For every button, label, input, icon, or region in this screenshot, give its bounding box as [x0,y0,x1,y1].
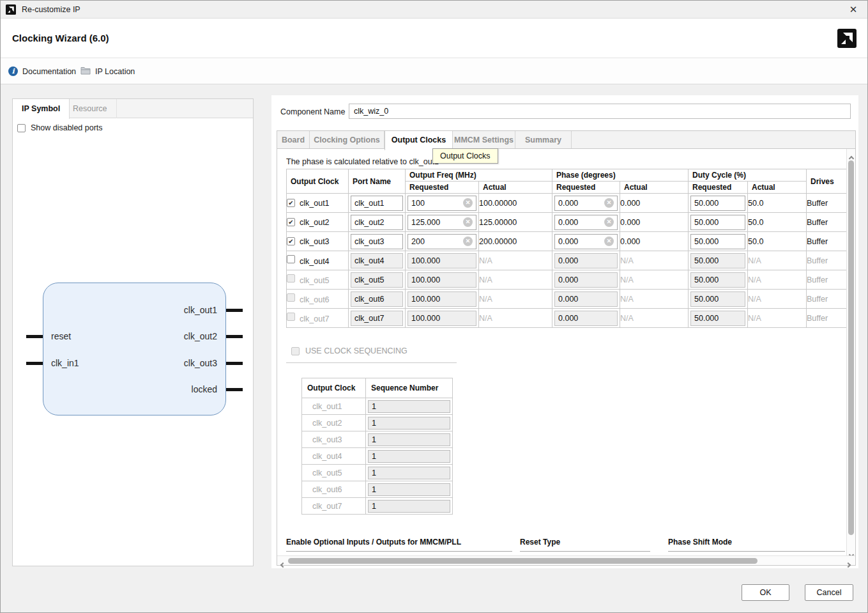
phase-requested-input[interactable]: 0.000✕ [554,196,618,211]
phase-requested-input: 0.000 [554,253,618,268]
tab-ip-symbol[interactable]: IP Symbol [13,99,70,119]
clock-enable-checkbox[interactable]: ✔ [287,237,295,245]
scroll-down-icon[interactable] [849,548,855,554]
port-name-input[interactable]: clk_out3 [351,234,403,249]
show-disabled-ports-row: Show disabled ports [17,123,103,132]
duty-requested-input[interactable]: 50.000 [690,196,745,211]
table-row: clk_out71 [302,498,453,515]
freq-requested-input[interactable]: 125.000✕ [407,215,476,230]
documentation-button[interactable]: i Documentation [8,58,76,84]
cancel-button[interactable]: Cancel [805,584,853,601]
clear-icon[interactable]: ✕ [463,198,473,208]
ip-location-button[interactable]: IP Location [80,58,135,84]
freq-actual-value: N/A [479,270,552,290]
clock-enable-checkbox[interactable]: ✔ [287,218,295,226]
clock-enable-checkbox [287,274,295,283]
freq-requested-input[interactable]: 200✕ [407,234,476,249]
duty-requested-value: 50.000 [694,295,719,304]
tab-mmcm-settings[interactable]: MMCM Settings [453,131,515,149]
seq-clock-label: clk_out6 [302,481,366,498]
phase-requested-input[interactable]: 0.000✕ [554,215,618,230]
port-stub-reset [26,335,43,338]
check-icon: ✔ [288,238,293,245]
vertical-scrollbar[interactable] [846,149,855,556]
port-stub-clk-in1 [26,362,43,365]
tab-output-clocks[interactable]: Output Clocks [385,131,453,150]
freq-requested-value: 200 [411,237,425,246]
col-duty-requested: Requested [689,182,748,194]
clear-icon[interactable]: ✕ [463,237,473,246]
clear-icon[interactable]: ✕ [463,217,473,227]
output-clocks-pane: The phase is calculated relative to clk_… [277,148,856,566]
port-name-value: clk_out5 [354,275,385,284]
freq-actual-value: 100.00000 [479,194,552,213]
duty-requested-input[interactable]: 50.000 [690,234,745,249]
clear-icon[interactable]: ✕ [604,237,614,246]
col-output-clock: Output Clock [287,169,349,194]
tab-clocking-options[interactable]: Clocking Options [310,131,385,149]
tab-board[interactable]: Board [277,131,310,149]
port-name-input: clk_out7 [351,311,403,326]
output-clock-label: clk_out5 [300,276,330,285]
clock-enable-checkbox[interactable] [287,255,295,263]
sequence-table: Output Clock Sequence Number clk_out11 c… [301,378,453,515]
vertical-scrollbar-thumb[interactable] [848,160,854,535]
table-row: clk_out51 [302,465,453,481]
drives-value: Buffer [807,309,849,328]
clock-enable-checkbox[interactable]: ✔ [287,199,295,207]
table-row: ✔clk_out3 clk_out3 200✕ 200.00000 0.000✕… [287,232,849,251]
scroll-right-icon[interactable] [846,558,853,564]
freq-requested-value: 125.000 [411,218,440,227]
freq-requested-value: 100.000 [411,314,440,323]
ip-location-label: IP Location [95,67,135,76]
port-name-input[interactable]: clk_out1 [351,196,403,211]
horizontal-scrollbar[interactable] [277,555,855,565]
close-icon[interactable]: ✕ [847,3,860,16]
port-label-reset: reset [51,331,71,341]
scroll-left-icon[interactable] [280,558,286,564]
duty-requested-input: 50.000 [690,311,745,326]
col-phase: Phase (degrees) [552,169,689,182]
clear-icon[interactable]: ✕ [604,217,614,227]
seq-clock-label: clk_out4 [302,448,366,465]
duty-requested-input[interactable]: 50.000 [690,215,745,230]
port-name-input[interactable]: clk_out2 [351,215,403,230]
clear-icon[interactable]: ✕ [604,198,614,208]
output-clock-label: clk_out4 [300,257,330,266]
freq-requested-value: 100.000 [411,275,440,284]
scroll-up-icon[interactable] [849,151,855,158]
port-label-clk-out1: clk_out1 [184,305,217,315]
port-name-input: clk_out5 [351,272,403,288]
duty-requested-value: 50.000 [694,275,719,284]
phase-requested-value: 0.000 [558,237,578,246]
port-name-input: clk_out4 [351,253,403,268]
drives-value: Buffer [807,290,849,309]
drives-value: Buffer [807,232,849,251]
port-name-value: clk_out6 [354,295,385,304]
seq-clock-label: clk_out3 [302,431,366,448]
window-title: Re-customize IP [22,5,80,14]
check-icon: ✔ [288,199,293,206]
phase-actual-value: 0.000 [620,194,689,213]
phase-actual-value: N/A [620,270,689,290]
show-disabled-ports-checkbox[interactable] [17,124,26,132]
horizontal-scrollbar-thumb[interactable] [288,558,758,564]
tab-resource[interactable]: Resource [64,99,117,118]
duty-requested-value: 50.000 [694,218,719,227]
duty-requested-value: 50.000 [694,237,719,246]
duty-requested-input: 50.000 [690,291,745,307]
tab-summary[interactable]: Summary [515,131,572,149]
drives-value: Buffer [807,251,849,270]
output-clocks-table: Output Clock Port Name Output Freq (MHz)… [286,169,849,328]
phase-requested-input[interactable]: 0.000✕ [554,234,618,249]
title-bar: Re-customize IP ✕ [1,1,867,19]
ok-button[interactable]: OK [742,584,789,601]
col-duty-actual: Actual [748,182,807,194]
phase-requested-input: 0.000 [554,272,618,288]
port-name-value: clk_out1 [354,199,385,208]
component-name-input[interactable]: clk_wiz_0 [349,104,851,119]
duty-requested-input: 50.000 [690,253,745,268]
drives-value: Buffer [807,213,849,232]
output-clock-label: clk_out2 [300,218,330,227]
freq-requested-input[interactable]: 100✕ [407,196,476,211]
